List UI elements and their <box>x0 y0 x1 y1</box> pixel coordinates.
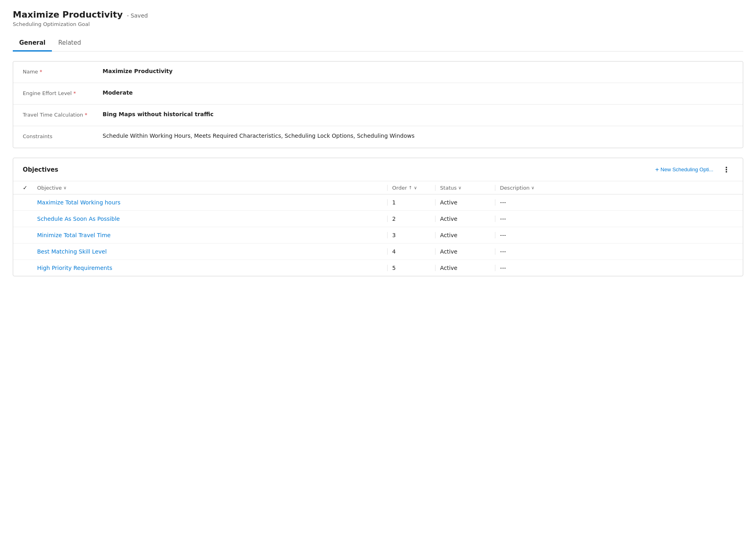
table-row: Maximize Total Working hours 1 Active --… <box>13 194 743 211</box>
cell-objective-2[interactable]: Minimize Total Travel Time <box>37 232 387 238</box>
form-label-constraints: Constraints <box>23 133 103 139</box>
table-body: Maximize Total Working hours 1 Active --… <box>13 194 743 276</box>
objectives-table: ✓ Objective ∨ Order ↑ ∨ Status ∨ Descrip… <box>13 181 743 276</box>
plus-icon: + <box>655 166 659 173</box>
cell-description-1: --- <box>495 216 733 222</box>
header-description-label: Description <box>500 185 530 191</box>
cell-objective-3[interactable]: Best Matching Skill Level <box>37 248 387 255</box>
page-wrapper: Maximize Productivity - Saved Scheduling… <box>0 0 756 295</box>
page-title: Maximize Productivity <box>13 10 123 20</box>
more-options-icon[interactable]: ⋮ <box>720 164 733 175</box>
cell-objective-1[interactable]: Schedule As Soon As Possible <box>37 216 387 222</box>
form-label-travel: Travel Time Calculation * <box>23 111 103 118</box>
cell-status-3: Active <box>435 248 495 255</box>
cell-status-4: Active <box>435 265 495 271</box>
objectives-actions: + New Scheduling Opti... ⋮ <box>652 164 733 175</box>
objectives-section: Objectives + New Scheduling Opti... ⋮ ✓ … <box>13 158 743 276</box>
form-value-constraints: Schedule Within Working Hours, Meets Req… <box>103 133 733 139</box>
cell-status-0: Active <box>435 199 495 206</box>
form-label-name: Name * <box>23 68 103 75</box>
cell-description-3: --- <box>495 248 733 255</box>
form-label-engine: Engine Effort Level * <box>23 89 103 96</box>
required-star-travel: * <box>85 112 87 118</box>
table-header-row: ✓ Objective ∨ Order ↑ ∨ Status ∨ Descrip… <box>13 181 743 194</box>
tab-general[interactable]: General <box>13 35 52 52</box>
required-star-name: * <box>40 69 42 75</box>
objective-chevron-icon[interactable]: ∨ <box>63 185 67 190</box>
order-chevron-icon[interactable]: ∨ <box>414 185 417 190</box>
table-row: High Priority Requirements 5 Active --- <box>13 260 743 276</box>
cell-order-3: 4 <box>387 248 435 255</box>
status-chevron-icon[interactable]: ∨ <box>458 185 461 190</box>
cell-description-4: --- <box>495 265 733 271</box>
cell-status-1: Active <box>435 216 495 222</box>
cell-objective-4[interactable]: High Priority Requirements <box>37 265 387 271</box>
objectives-header: Objectives + New Scheduling Opti... ⋮ <box>13 158 743 181</box>
cell-objective-0[interactable]: Maximize Total Working hours <box>37 199 387 206</box>
form-row-name: Name * Maximize Productivity <box>13 61 743 83</box>
cell-order-4: 5 <box>387 265 435 271</box>
objectives-title: Objectives <box>23 166 652 173</box>
cell-order-1: 2 <box>387 216 435 222</box>
header-order-col: Order ↑ ∨ <box>387 185 435 191</box>
page-saved-label: - Saved <box>127 12 148 19</box>
required-star-engine: * <box>73 90 76 96</box>
form-row-constraints: Constraints Schedule Within Working Hour… <box>13 126 743 148</box>
table-row: Schedule As Soon As Possible 2 Active --… <box>13 211 743 227</box>
header-objective-col: Objective ∨ <box>37 185 387 191</box>
form-row-engine: Engine Effort Level * Moderate <box>13 83 743 105</box>
cell-description-2: --- <box>495 232 733 238</box>
tabs-container: General Related <box>13 35 743 52</box>
header-objective-label: Objective <box>37 185 62 191</box>
description-chevron-icon[interactable]: ∨ <box>531 185 534 190</box>
tab-related[interactable]: Related <box>52 35 87 52</box>
page-title-row: Maximize Productivity - Saved <box>13 10 743 20</box>
cell-description-0: --- <box>495 199 733 206</box>
form-value-engine: Moderate <box>103 89 733 96</box>
table-row: Minimize Total Travel Time 3 Active --- <box>13 227 743 244</box>
new-button-label: New Scheduling Opti... <box>661 166 713 172</box>
form-value-travel: Bing Maps without historical traffic <box>103 111 733 117</box>
table-row: Best Matching Skill Level 4 Active --- <box>13 244 743 260</box>
header-status-col: Status ∨ <box>435 185 495 191</box>
header-status-label: Status <box>440 185 457 191</box>
form-value-name: Maximize Productivity <box>103 68 733 74</box>
cell-order-2: 3 <box>387 232 435 238</box>
cell-order-0: 1 <box>387 199 435 206</box>
header-check-icon[interactable]: ✓ <box>23 184 28 191</box>
header-order-label: Order <box>392 185 407 191</box>
header-description-col: Description ∨ <box>495 185 733 191</box>
new-scheduling-button[interactable]: + New Scheduling Opti... <box>652 164 716 175</box>
form-row-travel: Travel Time Calculation * Bing Maps with… <box>13 105 743 126</box>
order-sort-asc-icon[interactable]: ↑ <box>409 185 412 190</box>
form-section: Name * Maximize Productivity Engine Effo… <box>13 61 743 148</box>
page-subtitle: Scheduling Optimization Goal <box>13 21 743 27</box>
cell-status-2: Active <box>435 232 495 238</box>
header-check-col: ✓ <box>23 184 37 191</box>
